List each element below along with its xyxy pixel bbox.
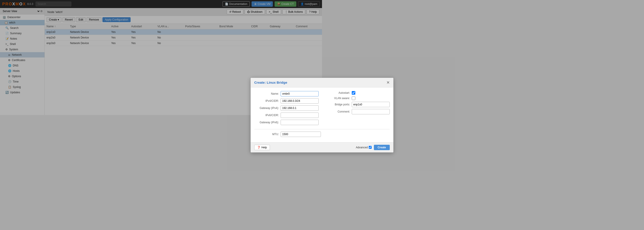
- gateway-ipv4-input[interactable]: [281, 105, 319, 111]
- ipv6-input[interactable]: [281, 113, 319, 115]
- name-input[interactable]: [281, 91, 319, 96]
- ipv4-input[interactable]: [281, 98, 319, 104]
- create-bridge-modal: Create: Linux Bridge ✕ Name: IPv4/CIDR:: [250, 78, 322, 115]
- modal-title: Create: Linux Bridge: [254, 81, 287, 84]
- modal-overlay: Create: Linux Bridge ✕ Name: IPv4/CIDR:: [0, 0, 322, 115]
- ipv4-label: IPv4/CIDR:: [254, 99, 279, 102]
- name-row: Name:: [254, 91, 319, 96]
- name-label: Name:: [254, 92, 279, 95]
- modal-body: Name: IPv4/CIDR: Gateway (IPv4): IPv6/CI…: [251, 88, 322, 115]
- gateway-ipv4-label: Gateway (IPv4):: [254, 107, 279, 110]
- ipv4-row: IPv4/CIDR:: [254, 98, 319, 104]
- modal-header: Create: Linux Bridge ✕: [251, 78, 322, 88]
- ipv6-label: IPv6/CIDR:: [254, 114, 279, 115]
- ipv6-row: IPv6/CIDR:: [254, 113, 319, 115]
- modal-left-col: Name: IPv4/CIDR: Gateway (IPv4): IPv6/CI…: [254, 91, 319, 115]
- gateway-ipv4-row: Gateway (IPv4):: [254, 105, 319, 111]
